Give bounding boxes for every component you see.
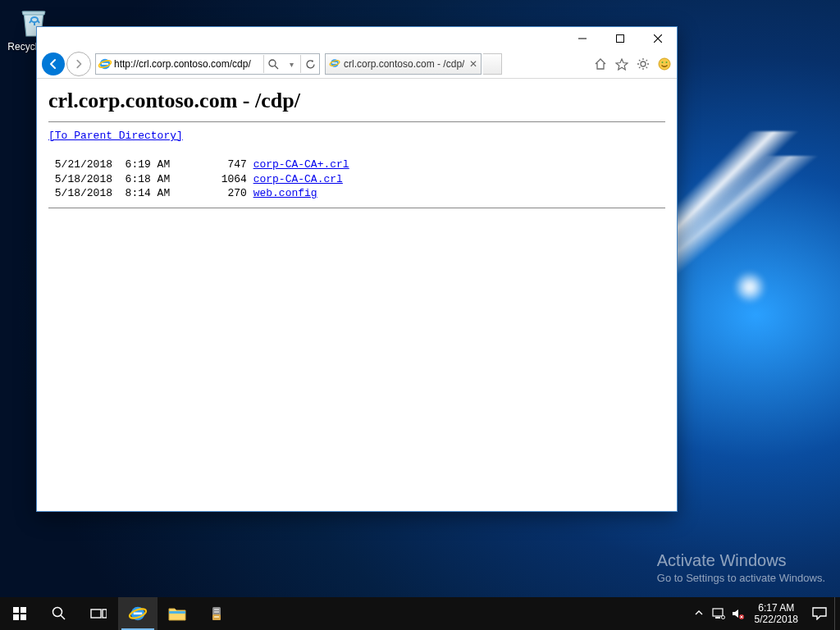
start-button[interactable] bbox=[0, 597, 39, 630]
svg-point-12 bbox=[641, 62, 646, 66]
search-dropdown-icon[interactable]: ▾ bbox=[282, 55, 300, 73]
svg-rect-6 bbox=[102, 63, 108, 65]
smiley-icon[interactable] bbox=[657, 57, 672, 71]
back-button[interactable] bbox=[42, 52, 65, 75]
page-content: crl.corp.contoso.com - /cdp/ [To Parent … bbox=[37, 79, 677, 221]
tab-close-icon[interactable]: ✕ bbox=[469, 58, 477, 70]
svg-rect-30 bbox=[91, 609, 101, 618]
toolbar-right bbox=[593, 57, 672, 71]
ie-logo-icon bbox=[329, 57, 340, 71]
home-icon[interactable] bbox=[593, 57, 608, 71]
svg-line-20 bbox=[646, 60, 647, 61]
svg-rect-37 bbox=[214, 609, 219, 610]
taskbar-server-manager-button[interactable] bbox=[197, 597, 236, 630]
divider bbox=[48, 208, 665, 208]
svg-rect-42 bbox=[715, 617, 720, 619]
url-input[interactable] bbox=[114, 56, 263, 72]
clock-date: 5/22/2018 bbox=[755, 614, 798, 625]
taskbar: 6:17 AM 5/22/2018 bbox=[0, 597, 840, 630]
svg-rect-27 bbox=[21, 614, 26, 620]
taskbar-explorer-button[interactable] bbox=[158, 597, 197, 630]
wallpaper-decor bbox=[733, 271, 766, 304]
page-heading: crl.corp.contoso.com - /cdp/ bbox=[48, 89, 665, 113]
parent-directory-link[interactable]: [To Parent Directory] bbox=[48, 130, 183, 142]
svg-line-18 bbox=[646, 67, 647, 68]
minimize-button[interactable] bbox=[564, 27, 601, 50]
task-view-button[interactable] bbox=[79, 597, 118, 630]
tab-title: crl.corp.contoso.com - /cdp/ bbox=[344, 58, 464, 70]
svg-line-8 bbox=[275, 66, 278, 69]
search-icon[interactable] bbox=[264, 55, 282, 73]
browser-tab[interactable]: crl.corp.contoso.com - /cdp/ ✕ bbox=[325, 53, 482, 75]
system-tray: 6:17 AM 5/22/2018 bbox=[689, 597, 840, 630]
taskbar-ie-button[interactable] bbox=[118, 597, 158, 630]
maximize-button[interactable] bbox=[601, 27, 639, 50]
ie-window: ▾ crl.corp.contoso.com - /cdp/ ✕ crl.cor bbox=[36, 26, 678, 512]
tools-icon[interactable] bbox=[636, 57, 651, 71]
divider bbox=[48, 121, 665, 122]
svg-rect-11 bbox=[332, 62, 337, 64]
clock-time: 6:17 AM bbox=[755, 602, 798, 614]
svg-rect-41 bbox=[713, 609, 723, 616]
activate-subtitle: Go to Settings to activate Windows. bbox=[657, 572, 825, 584]
svg-point-23 bbox=[666, 62, 668, 63]
svg-rect-40 bbox=[214, 616, 219, 618]
svg-rect-1 bbox=[617, 35, 624, 43]
svg-point-22 bbox=[662, 62, 664, 63]
svg-point-28 bbox=[53, 608, 62, 617]
file-link[interactable]: corp-CA-CA.crl bbox=[253, 173, 343, 185]
svg-point-21 bbox=[659, 58, 670, 70]
svg-rect-34 bbox=[134, 613, 143, 615]
refresh-button[interactable] bbox=[301, 55, 319, 73]
svg-point-43 bbox=[721, 616, 724, 619]
activate-title: Activate Windows bbox=[657, 551, 825, 570]
svg-point-7 bbox=[269, 60, 276, 66]
favorites-icon[interactable] bbox=[614, 57, 629, 71]
svg-line-17 bbox=[639, 60, 640, 61]
file-link[interactable]: corp-CA-CA+.crl bbox=[253, 158, 349, 171]
show-desktop-button[interactable] bbox=[834, 597, 840, 630]
svg-rect-26 bbox=[13, 614, 19, 620]
activate-windows-watermark: Activate Windows Go to Settings to activ… bbox=[657, 551, 825, 584]
tray-chevron-icon[interactable] bbox=[689, 597, 709, 630]
taskbar-clock[interactable]: 6:17 AM 5/22/2018 bbox=[748, 602, 805, 626]
svg-rect-38 bbox=[214, 611, 219, 613]
directory-listing: [To Parent Directory] 5/21/2018 6:19 AM … bbox=[48, 129, 665, 201]
network-icon[interactable] bbox=[709, 597, 728, 630]
desktop[interactable]: Recycle Bin ▾ bbox=[0, 0, 840, 630]
svg-rect-31 bbox=[103, 609, 107, 618]
volume-icon[interactable] bbox=[728, 597, 748, 630]
svg-rect-25 bbox=[21, 607, 26, 613]
ie-logo-icon bbox=[96, 57, 114, 71]
new-tab-button[interactable] bbox=[483, 53, 502, 75]
address-bar[interactable]: ▾ bbox=[95, 53, 320, 75]
action-center-button[interactable] bbox=[805, 597, 834, 630]
svg-line-19 bbox=[639, 67, 640, 68]
file-link[interactable]: web.config bbox=[253, 187, 317, 199]
close-button[interactable] bbox=[639, 27, 677, 50]
svg-rect-24 bbox=[13, 607, 19, 613]
svg-line-29 bbox=[61, 615, 65, 619]
search-button[interactable] bbox=[39, 597, 79, 630]
ie-toolbar: ▾ crl.corp.contoso.com - /cdp/ ✕ bbox=[37, 50, 677, 79]
titlebar[interactable] bbox=[37, 27, 677, 50]
svg-rect-35 bbox=[169, 611, 185, 614]
forward-button[interactable] bbox=[66, 52, 91, 76]
